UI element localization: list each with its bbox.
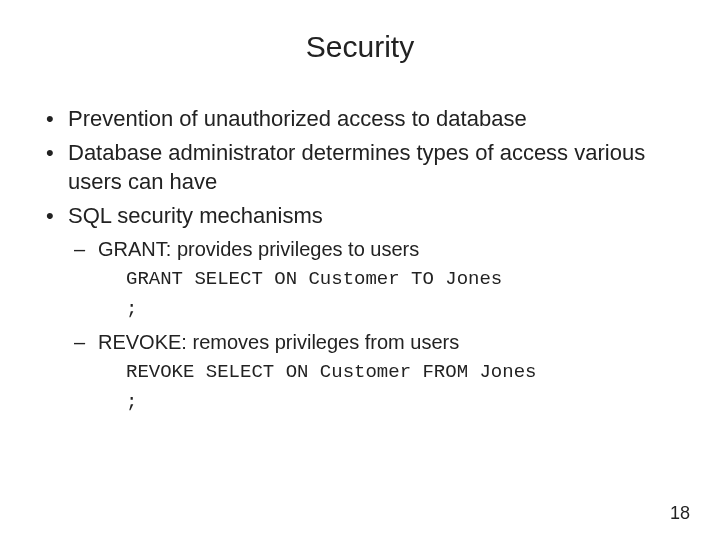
- sub-label: GRANT: provides privileges to users: [98, 238, 419, 260]
- code-revoke-line1: REVOKE SELECT ON Customer FROM Jones: [98, 358, 680, 387]
- slide-title: Security: [40, 30, 680, 64]
- bullet-text: SQL security mechanisms: [68, 203, 323, 228]
- sub-label: REVOKE: removes privileges from users: [98, 331, 459, 353]
- sub-list: GRANT: provides privileges to users GRAN…: [68, 235, 680, 417]
- code-revoke-line2: ;: [98, 388, 680, 417]
- bullet-item: Prevention of unauthorized access to dat…: [68, 104, 680, 134]
- page-number: 18: [670, 503, 690, 524]
- code-grant-line2: ;: [98, 295, 680, 324]
- bullet-list: Prevention of unauthorized access to dat…: [40, 104, 680, 417]
- sub-item-grant: GRANT: provides privileges to users GRAN…: [98, 235, 680, 324]
- code-grant-line1: GRANT SELECT ON Customer TO Jones: [98, 265, 680, 294]
- sub-item-revoke: REVOKE: removes privileges from users RE…: [98, 328, 680, 417]
- bullet-item: Database administrator determines types …: [68, 138, 680, 197]
- bullet-item: SQL security mechanisms GRANT: provides …: [68, 201, 680, 417]
